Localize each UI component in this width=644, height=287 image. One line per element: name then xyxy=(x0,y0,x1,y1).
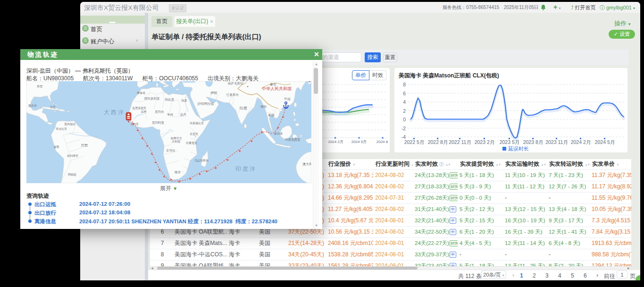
svg-text:苏丹: 苏丹 xyxy=(180,113,187,117)
svg-text:大西洋: 大西洋 xyxy=(104,109,125,116)
svg-text:埃塞俄比亚: 埃塞俄比亚 xyxy=(190,121,204,125)
svg-text:哥伦比亚: 哥伦比亚 xyxy=(56,127,67,131)
svg-text:刚果民主: 刚果民主 xyxy=(171,136,182,140)
svg-text:蒙古: 蒙古 xyxy=(270,83,276,86)
svg-text:0: 0 xyxy=(403,117,406,122)
svg-text:6: 6 xyxy=(403,91,406,96)
svg-text:伊朗: 伊朗 xyxy=(210,91,217,94)
svg-text:墨西哥: 墨西哥 xyxy=(28,104,37,108)
svg-text:8: 8 xyxy=(403,82,406,87)
svg-text:-2: -2 xyxy=(401,126,406,131)
svg-text:中华人民共和国: 中华人民共和国 xyxy=(262,86,292,91)
svg-text:尼日利亚: 尼日利亚 xyxy=(152,121,165,124)
svg-text:2024 2月: 2024 2月 xyxy=(328,140,343,144)
svg-text:摩洛哥: 摩洛哥 xyxy=(137,91,145,95)
svg-text:2023 5月: 2023 5月 xyxy=(500,139,520,145)
svg-text:2024 2月: 2024 2月 xyxy=(571,139,591,145)
svg-text:玻利维亚: 玻利维亚 xyxy=(67,154,78,158)
svg-text:印度洋: 印度洋 xyxy=(235,166,257,172)
svg-text:印度尼西亚: 印度尼西亚 xyxy=(285,138,301,142)
svg-text:泰国: 泰国 xyxy=(268,113,275,117)
svg-text:2: 2 xyxy=(403,108,406,114)
svg-text:阿根廷: 阿根廷 xyxy=(68,173,76,177)
svg-text:澳大利: 澳大利 xyxy=(302,162,311,166)
svg-text:2024 5月: 2024 5月 xyxy=(351,140,367,144)
svg-text:共和国: 共和国 xyxy=(172,140,180,144)
svg-text:巴西: 巴西 xyxy=(81,144,88,147)
svg-text:2022 8月: 2022 8月 xyxy=(428,139,448,145)
svg-text:阿尔及利亚: 阿尔及利亚 xyxy=(144,97,160,101)
svg-text:印度: 印度 xyxy=(240,106,247,110)
svg-text:马里: 马里 xyxy=(141,110,147,113)
svg-text:4: 4 xyxy=(403,99,406,105)
svg-text:哈萨克斯坦: 哈萨克斯坦 xyxy=(228,82,243,85)
svg-text:乍得: 乍得 xyxy=(167,113,174,117)
svg-text:尼日尔: 尼日尔 xyxy=(155,110,164,113)
svg-text:新加坡: 新加坡 xyxy=(274,132,283,135)
svg-text:委内瑞拉: 委内瑞拉 xyxy=(64,122,75,126)
svg-text:缅甸: 缅甸 xyxy=(260,105,267,108)
svg-text:埃及: 埃及 xyxy=(181,99,188,102)
svg-text:2024 5月: 2024 5月 xyxy=(595,139,615,145)
svg-text:2023 2月: 2023 2月 xyxy=(475,139,495,145)
svg-text:中国: 中国 xyxy=(284,97,291,101)
svg-text:延误时长: 延误时长 xyxy=(508,146,529,152)
svg-text:2023 8月: 2023 8月 xyxy=(523,139,544,145)
svg-text:秘鲁: 秘鲁 xyxy=(54,145,59,149)
svg-text:马达加斯加: 马达加斯加 xyxy=(194,159,209,162)
svg-text:安哥拉: 安哥拉 xyxy=(166,149,176,152)
svg-text:肯尼亚: 肯尼亚 xyxy=(190,132,198,135)
svg-text:利比亚: 利比亚 xyxy=(165,98,175,101)
svg-text:美国: 美国 xyxy=(37,84,42,88)
svg-text:巴基斯坦: 巴基斯坦 xyxy=(226,93,239,96)
svg-text:古巴: 古巴 xyxy=(50,106,56,109)
svg-text:南非: 南非 xyxy=(175,170,181,174)
svg-text:沙特阿拉伯: 沙特阿拉伯 xyxy=(197,102,214,106)
svg-text:毛里塔尼亚: 毛里塔尼亚 xyxy=(132,106,146,110)
svg-text:2022 5月: 2022 5月 xyxy=(404,139,425,145)
svg-text:2023 11月: 2023 11月 xyxy=(545,139,568,145)
svg-text:2022 11月: 2022 11月 xyxy=(449,139,471,145)
svg-text:2024 8: 2024 8 xyxy=(376,140,388,144)
svg-text:几内亚: 几内亚 xyxy=(130,122,139,126)
svg-text:坦桑尼亚: 坦桑尼亚 xyxy=(185,141,197,144)
